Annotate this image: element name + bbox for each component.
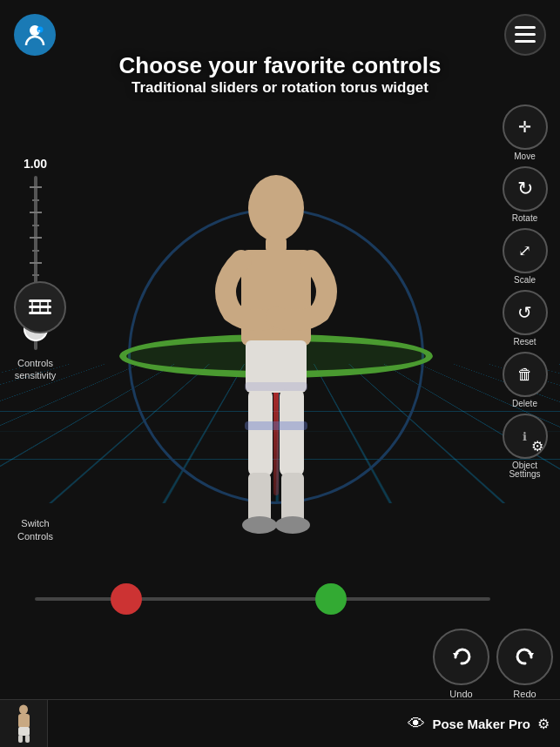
rotate-tool-group: ↻ Rotate: [503, 166, 548, 223]
undo-button[interactable]: [433, 629, 489, 685]
object-settings-tool-group: ℹ ⚙ ObjectSettings: [503, 414, 548, 479]
scale-tool-group: ⤢ Scale: [503, 228, 548, 285]
svg-rect-5: [515, 40, 536, 43]
svg-text:+: +: [38, 28, 41, 33]
rotate-button[interactable]: ↻: [503, 166, 548, 212]
svg-point-26: [19, 704, 28, 714]
scale-button[interactable]: ⤢: [503, 228, 548, 273]
thumbnail[interactable]: [0, 700, 48, 748]
delete-icon: 🗑: [517, 367, 533, 382]
svg-point-20: [242, 516, 277, 534]
reset-label: Reset: [513, 338, 536, 347]
human-figure: [180, 173, 372, 539]
svg-rect-17: [280, 389, 304, 476]
reset-tool-group: ↺ Reset: [503, 290, 548, 347]
brand-area: 👁 Pose Maker Pro ⚙: [48, 714, 560, 734]
left-panel: 1.00 Controlssensitivity: [7, 157, 64, 382]
delete-label: Delete: [512, 400, 537, 408]
svg-rect-23: [245, 382, 307, 391]
svg-rect-27: [18, 714, 30, 728]
bottom-bar: 👁 Pose Maker Pro ⚙: [0, 699, 560, 747]
svg-rect-14: [241, 250, 311, 346]
title-area: Choose your favorite controls Traditiona…: [0, 52, 560, 97]
switch-controls-label: Switch Controls: [17, 517, 53, 542]
menu-icon[interactable]: [504, 14, 546, 56]
scale-icon: ⤢: [518, 243, 531, 259]
horizontal-slider[interactable]: [35, 597, 490, 601]
move-tool-group: ✛ Move: [503, 104, 548, 161]
rotate-label: Rotate: [512, 214, 537, 223]
move-icon: ✛: [518, 119, 531, 135]
svg-point-21: [275, 516, 310, 534]
title-sub: Traditional sliders or rotation torus wi…: [0, 79, 560, 97]
brand-gear-icon[interactable]: ⚙: [537, 716, 550, 732]
svg-marker-24: [453, 653, 459, 657]
svg-rect-30: [25, 735, 30, 743]
switch-controls-button[interactable]: [14, 281, 66, 333]
scale-label: Scale: [514, 276, 536, 285]
redo-label: Redo: [513, 689, 536, 699]
delete-tool-group: 🗑 Delete: [503, 352, 548, 408]
object-settings-button[interactable]: ℹ ⚙: [503, 414, 548, 459]
eye-icon: 👁: [408, 714, 425, 734]
sensitivity-value: 1.00: [24, 157, 47, 171]
move-label: Move: [514, 152, 535, 161]
figure-area: [52, 104, 499, 608]
settings-icon: ⚙: [531, 440, 543, 454]
reset-button[interactable]: ↺: [503, 290, 548, 335]
svg-rect-29: [18, 735, 23, 743]
right-panel: ✛ Move ↻ Rotate ⤢ Scale ↺ Reset 🗑 Delete…: [496, 104, 553, 479]
bottom-sliders: [35, 577, 490, 621]
avatar-icon[interactable]: +: [14, 14, 56, 56]
redo-button[interactable]: [496, 629, 553, 685]
sensitivity-label: Controlssensitivity: [15, 357, 57, 382]
svg-marker-25: [528, 653, 534, 657]
title-main: Choose your favorite controls: [0, 52, 560, 79]
svg-point-12: [248, 175, 304, 241]
delete-button[interactable]: 🗑: [503, 352, 548, 397]
svg-rect-22: [245, 421, 307, 430]
svg-rect-28: [18, 727, 30, 736]
move-button[interactable]: ✛: [503, 104, 548, 150]
undo-label: Undo: [449, 689, 472, 699]
bottom-actions: Undo Redo: [433, 629, 553, 699]
brand-text: Pose Maker Pro: [432, 717, 530, 731]
slider-thumb-red[interactable]: [111, 583, 142, 615]
rotate-icon: ↻: [517, 179, 533, 199]
svg-rect-3: [515, 26, 536, 29]
info-icon: ℹ: [523, 430, 527, 443]
slider-thumb-green[interactable]: [315, 583, 347, 615]
object-settings-label: ObjectSettings: [509, 461, 540, 479]
svg-rect-4: [515, 33, 536, 36]
svg-rect-16: [248, 389, 273, 476]
reset-icon: ↺: [517, 304, 532, 321]
